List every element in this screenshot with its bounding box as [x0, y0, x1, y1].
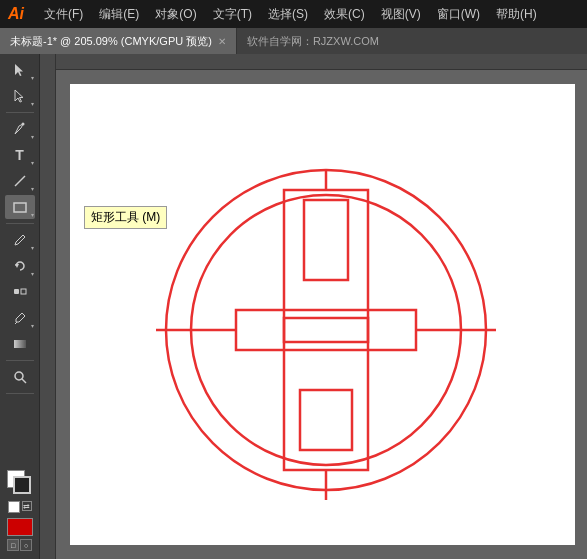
tab-document[interactable]: 未标题-1* @ 205.09% (CMYK/GPU 预览) ✕	[0, 28, 237, 54]
menu-effect[interactable]: 效果(C)	[316, 2, 373, 27]
drawing-mode-group: □ ○	[7, 539, 32, 551]
tab-site: 软件自学网：RJZXW.COM	[237, 34, 587, 49]
svg-line-8	[15, 322, 17, 324]
svg-rect-4	[14, 203, 26, 212]
corner-eye: ▾	[31, 322, 34, 329]
tab-close-button[interactable]: ✕	[218, 36, 226, 47]
menu-bar: 文件(F) 编辑(E) 对象(O) 文字(T) 选择(S) 效果(C) 视图(V…	[36, 2, 579, 27]
svg-rect-7	[21, 289, 26, 294]
menu-help[interactable]: 帮助(H)	[488, 2, 545, 27]
menu-select[interactable]: 选择(S)	[260, 2, 316, 27]
pen-tool[interactable]: ▾	[5, 117, 35, 141]
ai-logo: Ai	[8, 5, 24, 23]
rectangle-tool[interactable]: ▾	[5, 195, 35, 219]
separator4	[6, 393, 34, 394]
artwork-group	[70, 84, 575, 545]
svg-marker-1	[15, 90, 23, 102]
direct-selection-tool[interactable]: ▾	[5, 84, 35, 108]
selection-tool[interactable]: ▾	[5, 58, 35, 82]
rotate-tool[interactable]: ▾	[5, 254, 35, 278]
svg-marker-0	[15, 64, 23, 76]
separator3	[6, 360, 34, 361]
svg-line-11	[22, 379, 26, 383]
corner-indicator2: ▾	[31, 100, 34, 107]
menu-text[interactable]: 文字(T)	[205, 2, 260, 27]
menu-object[interactable]: 对象(O)	[147, 2, 204, 27]
paintbrush-tool[interactable]: ▾	[5, 228, 35, 252]
tab-bar: 未标题-1* @ 205.09% (CMYK/GPU 预览) ✕ 软件自学网：R…	[0, 28, 587, 54]
svg-line-3	[15, 176, 25, 186]
canvas-area[interactable]: 矩形工具 (M)	[40, 54, 587, 559]
color-swatches[interactable]	[7, 470, 33, 496]
zoom-tool[interactable]	[5, 365, 35, 389]
line-tool[interactable]: ▾	[5, 169, 35, 193]
corner-line: ▾	[31, 185, 34, 192]
menu-file[interactable]: 文件(F)	[36, 2, 91, 27]
svg-point-2	[21, 123, 24, 126]
bottom-tools: ⇄ □ ○	[7, 470, 33, 555]
separator1	[6, 112, 34, 113]
normal-mode-btn[interactable]: □	[7, 539, 19, 551]
default-colors-icon[interactable]	[8, 501, 20, 513]
svg-rect-9	[14, 340, 26, 348]
svg-rect-6	[14, 289, 19, 294]
color-reset-group: ⇄	[8, 501, 32, 513]
corner-indicator: ▾	[31, 74, 34, 81]
corner-type: ▾	[31, 159, 34, 166]
active-color-indicator[interactable]	[7, 518, 33, 536]
title-bar: Ai 文件(F) 编辑(E) 对象(O) 文字(T) 选择(S) 效果(C) 视…	[0, 0, 587, 28]
gradient-tool[interactable]	[5, 332, 35, 356]
type-tool[interactable]: T ▾	[5, 143, 35, 167]
artwork-svg	[40, 54, 587, 559]
menu-view[interactable]: 视图(V)	[373, 2, 429, 27]
corner-pen: ▾	[31, 133, 34, 140]
separator2	[6, 223, 34, 224]
corner-rect: ▾	[31, 211, 34, 218]
svg-point-10	[15, 372, 23, 380]
corner-brush: ▾	[31, 244, 34, 251]
blend-tool[interactable]	[5, 280, 35, 304]
stroke-swatch[interactable]	[13, 476, 31, 494]
main-layout: ▾ ▾ ▾ T ▾ ▾ ▾	[0, 54, 587, 559]
toolbar: ▾ ▾ ▾ T ▾ ▾ ▾	[0, 54, 40, 559]
eyedropper-tool[interactable]: ▾	[5, 306, 35, 330]
swap-colors-icon[interactable]: ⇄	[22, 501, 32, 511]
mask-mode-btn[interactable]: ○	[20, 539, 32, 551]
corner-rotate: ▾	[31, 270, 34, 277]
menu-edit[interactable]: 编辑(E)	[91, 2, 147, 27]
tab-document-label: 未标题-1* @ 205.09% (CMYK/GPU 预览)	[10, 34, 212, 49]
menu-window[interactable]: 窗口(W)	[429, 2, 488, 27]
svg-rect-12	[70, 84, 575, 545]
